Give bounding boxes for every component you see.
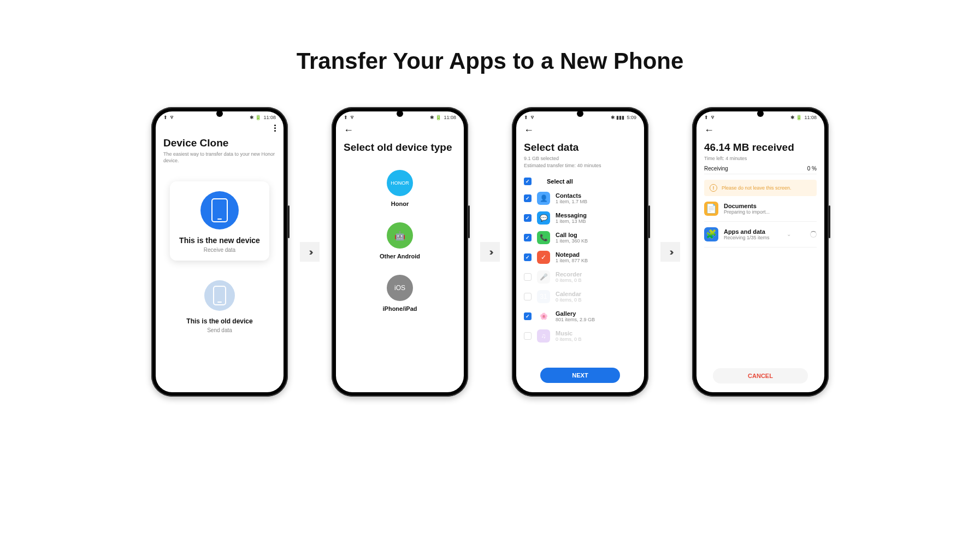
android-label: Other Android [344, 253, 456, 259]
old-device-icon [204, 280, 235, 311]
camera-notch [397, 110, 403, 117]
list-item[interactable]: 🌸 Gallery 801 items, 2.9 GB [524, 306, 636, 326]
new-device-sub: Receive data [175, 247, 264, 253]
receiving-item[interactable]: 🧩 Apps and data Receiving 1/35 items ⌄ [704, 222, 817, 247]
receiving-percent: 0 % [807, 166, 817, 172]
checkbox[interactable] [524, 253, 532, 261]
old-device-title: This is the old device [163, 317, 276, 325]
app-icon: 🎤 [537, 270, 550, 284]
device-option-honor[interactable]: HONOR Honor [344, 170, 456, 207]
camera-notch [757, 110, 764, 117]
app-icon: 👤 [537, 192, 550, 205]
list-item[interactable]: 31 Calendar 0 items, 0 B [524, 287, 636, 306]
phone-frame-4: ⬆ ⛛ ✱ 🔋 11:08 ← 46.14 MB received Time l… [692, 107, 829, 397]
device-option-android[interactable]: 🤖 Other Android [344, 222, 456, 259]
screen1-title: Device Clone [163, 137, 276, 149]
app-icon: 💬 [537, 211, 550, 225]
screen-2: ⬆ ⛛ ✱ 🔋 11:08 ← Select old device type H… [336, 111, 464, 392]
list-item[interactable]: 👤 Contacts 1 item, 1.7 MB [524, 188, 636, 208]
honor-icon: HONOR [387, 170, 413, 196]
checkbox[interactable] [524, 194, 532, 202]
screen4-timeleft: Time left: 4 minutes [704, 156, 817, 162]
spinner-icon [810, 231, 817, 238]
item-detail: 1 item, 13 MB [556, 219, 587, 224]
camera-notch [216, 110, 223, 117]
more-menu-icon[interactable] [274, 125, 276, 132]
list-item[interactable]: ✓ Notepad 1 item, 877 KB [524, 247, 636, 267]
checkbox[interactable] [524, 293, 532, 300]
receiving-list: 📄 Documents Preparing to import... 🧩 App… [704, 196, 817, 247]
category-icon: 📄 [704, 202, 718, 216]
item-name: Messaging [556, 212, 587, 219]
item-detail: 1 item, 877 KB [556, 258, 588, 263]
item-detail: 801 items, 2.9 GB [556, 317, 595, 322]
receiving-label: Receiving [704, 166, 728, 172]
item-detail: 0 items, 0 B [556, 337, 582, 342]
list-item[interactable]: ♫ Music 0 items, 0 B [524, 326, 636, 346]
checkbox[interactable] [524, 273, 532, 281]
item-name: Apps and data [724, 228, 770, 235]
back-icon[interactable]: ← [524, 125, 534, 136]
data-list: 👤 Contacts 1 item, 1.7 MB 💬 Messaging 1 … [524, 188, 636, 363]
checkbox-select-all[interactable] [524, 178, 532, 185]
item-detail: Receiving 1/35 items [724, 235, 770, 240]
screen1-subtitle: The easiest way to transfer data to your… [163, 151, 276, 164]
screen-4: ⬆ ⛛ ✱ 🔋 11:08 ← 46.14 MB received Time l… [696, 111, 824, 392]
back-icon[interactable]: ← [344, 125, 353, 136]
app-icon: ✓ [537, 251, 550, 264]
item-name: Notepad [556, 251, 588, 258]
screen3-title: Select data [524, 141, 636, 154]
item-detail: 1 item, 1.7 MB [556, 199, 587, 204]
ios-icon: iOS [387, 275, 413, 301]
checkbox[interactable] [524, 332, 532, 340]
category-icon: 🧩 [704, 227, 718, 241]
item-name: Documents [724, 203, 770, 209]
cancel-button[interactable]: CANCEL [713, 368, 808, 383]
list-item[interactable]: 💬 Messaging 1 item, 13 MB [524, 208, 636, 228]
app-icon: 🌸 [537, 310, 550, 323]
app-icon: 31 [537, 290, 550, 303]
device-option-ios[interactable]: iOS iPhone/iPad [344, 275, 456, 312]
item-name: Music [556, 330, 582, 337]
checkbox[interactable] [524, 234, 532, 241]
new-device-title: This is the new device [175, 236, 264, 245]
item-name: Calendar [556, 291, 582, 297]
old-device-card[interactable]: This is the old device Send data [163, 280, 276, 333]
arrow-icon: ››› [480, 242, 500, 262]
screen3-size: 9.1 GB selected [524, 156, 636, 162]
receiving-item[interactable]: 📄 Documents Preparing to import... [704, 196, 817, 222]
page-title: Transfer Your Apps to a New Phone [0, 0, 980, 74]
ios-label: iPhone/iPad [344, 305, 456, 312]
phone-frame-2: ⬆ ⛛ ✱ 🔋 11:08 ← Select old device type H… [332, 107, 468, 397]
back-icon[interactable]: ← [704, 125, 714, 136]
app-icon: ♫ [537, 329, 550, 343]
item-detail: 0 items, 0 B [556, 297, 582, 303]
checkbox[interactable] [524, 214, 532, 222]
item-name: Gallery [556, 310, 595, 317]
new-device-card[interactable]: This is the new device Receive data [170, 181, 269, 261]
list-item[interactable]: 🎤 Recorder 0 items, 0 B [524, 267, 636, 287]
phone-frame-1: ⬆ ⛛ ✱ 🔋 11:08 Device Clone The easiest w… [151, 107, 288, 397]
item-name: Contacts [556, 192, 587, 199]
screen4-title: 46.14 MB received [704, 141, 817, 154]
next-button[interactable]: NEXT [540, 368, 620, 383]
new-device-icon [200, 191, 239, 229]
phone-frame-3: ⬆ ⛛ ✱ ▮▮▮ 5:09 ← Select data 9.1 GB sele… [512, 107, 648, 397]
old-device-sub: Send data [163, 327, 276, 333]
warning-banner: ! Please do not leave this screen. [704, 180, 817, 196]
app-icon: 📞 [537, 231, 550, 244]
screen-3: ⬆ ⛛ ✱ ▮▮▮ 5:09 ← Select data 9.1 GB sele… [516, 111, 644, 392]
list-item[interactable]: 📞 Call log 1 item, 360 KB [524, 228, 636, 247]
camera-notch [577, 110, 583, 117]
honor-label: Honor [344, 200, 456, 207]
item-detail: 0 items, 0 B [556, 278, 582, 283]
item-name: Call log [556, 232, 588, 238]
chevron-down-icon: ⌄ [787, 231, 791, 237]
screen3-eta: Estimated transfer time: 40 minutes [524, 163, 636, 169]
checkbox[interactable] [524, 312, 532, 320]
android-icon: 🤖 [387, 222, 413, 249]
screen2-title: Select old device type [344, 141, 456, 154]
item-detail: Preparing to import... [724, 209, 770, 215]
warning-text: Please do not leave this screen. [722, 185, 792, 191]
screen-1: ⬆ ⛛ ✱ 🔋 11:08 Device Clone The easiest w… [156, 111, 284, 392]
